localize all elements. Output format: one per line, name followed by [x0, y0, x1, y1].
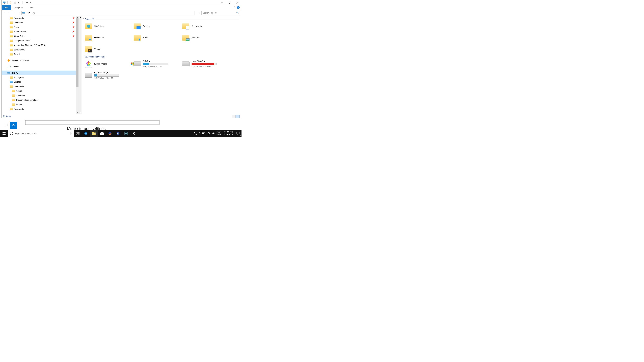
taskbar-app-mail[interactable] — [98, 130, 106, 137]
taskbar-app-settings[interactable] — [130, 130, 138, 137]
clock[interactable]: 11:26 AM 14/06/2018 — [224, 131, 234, 136]
folder-tile[interactable]: Pictures — [181, 32, 230, 43]
start-button[interactable] — [0, 130, 8, 137]
nav-this-pc[interactable]: This PC — [2, 70, 76, 75]
breadcrumb-this-pc[interactable]: This PC — [28, 12, 35, 14]
back-button[interactable]: ← — [3, 11, 7, 15]
folder-icon — [182, 22, 190, 30]
pin-icon: 📌 — [72, 17, 75, 19]
people-icon[interactable] — [194, 132, 197, 135]
taskbar-app-word[interactable]: W — [114, 130, 122, 137]
icloud-photos-icon — [85, 60, 92, 68]
drive-tile[interactable]: My Passport (F:)1.61 TB free of 1.81 TB — [84, 70, 132, 80]
task-view-button[interactable] — [74, 130, 82, 137]
recent-locations-button[interactable]: ˅ — [12, 11, 16, 15]
nav-pc-child[interactable]: 3D Objects — [2, 75, 76, 80]
ribbon-expand-icon[interactable]: ˅ — [234, 6, 235, 9]
nav-doc-child[interactable]: Catherine — [2, 93, 76, 98]
drive-tile[interactable]: OS (C:)351 GB free of 464 GB — [132, 59, 181, 69]
mic-icon[interactable]: 🎙 — [70, 132, 72, 135]
quick-access-toolbar: ▾ — [2, 1, 21, 4]
nav-pc-child[interactable]: Desktop — [2, 80, 76, 84]
nav-doc-child[interactable]: Scanner — [2, 102, 76, 107]
folder-icon — [10, 35, 13, 37]
action-center-button[interactable]: 2 — [235, 130, 242, 137]
scroll-thumb[interactable] — [76, 18, 78, 87]
refresh-button[interactable]: ↻ — [198, 12, 200, 14]
help-button[interactable]: ? — [237, 6, 240, 9]
nav-quick-item[interactable]: iCloud Drive📌 — [2, 34, 76, 38]
folder-tile[interactable]: Desktop — [132, 21, 181, 31]
volume-icon[interactable] — [212, 132, 215, 135]
battery-icon[interactable] — [202, 132, 205, 134]
svg-point-13 — [88, 63, 90, 65]
content-scrollbar[interactable]: ▴ ▾ — [79, 16, 82, 114]
nav-scrollbar[interactable]: ▴ ▾ — [76, 16, 79, 114]
taskbar-app-firefox[interactable] — [106, 130, 114, 137]
nav-quick-item[interactable]: iCloud Photos📌 — [2, 29, 76, 34]
new-folder-icon[interactable] — [13, 1, 16, 4]
address-bar[interactable]: › This PC › — [22, 11, 195, 15]
group-header-folders[interactable]: ˅ Folders (7) — [83, 18, 239, 20]
folder-tile[interactable]: Downloads — [84, 32, 132, 43]
folder-tile[interactable]: Documents — [181, 21, 230, 31]
close-button[interactable] — [233, 0, 241, 5]
ribbon: File Computer View ˅ ? — [2, 5, 241, 10]
tiles-view-button[interactable] — [236, 115, 240, 118]
search-input[interactable]: Search This PC 🔍 — [202, 11, 240, 15]
nav-pc-child[interactable]: Documents — [2, 84, 76, 89]
file-explorer-window: ▾ This PC File Computer View ˅ ? ← → ˅ — [2, 0, 241, 118]
chevron-down-icon[interactable]: ˅ — [83, 56, 84, 58]
scroll-down-icon[interactable]: ▾ — [80, 112, 81, 114]
tab-computer[interactable]: Computer — [11, 5, 26, 10]
nav-quick-item[interactable]: Downloads📌 — [2, 16, 76, 20]
nav-quick-item[interactable]: Documents📌 — [2, 20, 76, 25]
folder-tile[interactable]: Music — [132, 32, 181, 43]
forward-button[interactable]: → — [8, 11, 12, 15]
chevron-right-icon[interactable]: › — [36, 12, 36, 14]
group-header-drives[interactable]: ˅ Devices and drives (4) — [83, 56, 239, 58]
nav-doc-child[interactable]: Adobe — [2, 89, 76, 93]
address-dropdown-icon[interactable]: ˅ — [196, 12, 197, 14]
tab-file[interactable]: File — [2, 5, 11, 10]
nav-quick-item[interactable]: Pictures📌 — [2, 25, 76, 29]
search-icon: 🔍 — [236, 12, 239, 14]
nav-downloads[interactable]: Downloads — [2, 107, 76, 111]
wifi-icon[interactable] — [207, 132, 210, 135]
taskbar-app-lightroom[interactable]: Lr — [122, 130, 130, 137]
settings-gear-icon[interactable] — [10, 122, 17, 129]
folder-tile[interactable]: Videos — [84, 44, 132, 54]
qat-dropdown-icon[interactable]: ▾ — [17, 1, 21, 4]
input-indicator[interactable]: ENG INTL — [217, 131, 221, 135]
taskbar-search[interactable]: Type here to search 🎙 — [8, 130, 74, 137]
drive-tile[interactable]: iCloud Photos — [84, 59, 132, 69]
background-text-field[interactable] — [25, 120, 160, 125]
tab-view[interactable]: View — [26, 5, 36, 10]
scroll-down-icon[interactable]: ▾ — [76, 111, 79, 114]
nav-quick-item[interactable]: Assignment - Audit — [2, 38, 76, 43]
folder-tile[interactable]: 3D Objects — [84, 21, 132, 31]
maximize-button[interactable] — [226, 0, 233, 5]
chevron-right-icon[interactable]: › — [26, 12, 27, 14]
minimize-button[interactable] — [218, 0, 226, 5]
tablet-mode-icon[interactable] — [3, 122, 10, 129]
folder-icon — [84, 34, 92, 42]
details-view-button[interactable] — [232, 115, 236, 118]
this-pc-icon[interactable] — [2, 1, 6, 4]
nav-quick-item[interactable]: Term 1 — [2, 52, 76, 56]
nav-quick-item[interactable]: Imported on Thursday, 7 June 2018 — [2, 43, 76, 47]
nav-onedrive[interactable]: ☁OneDrive — [2, 64, 76, 69]
taskbar-app-edge[interactable] — [82, 130, 90, 137]
tray-overflow-icon[interactable]: ˄ — [199, 132, 200, 135]
nav-doc-child[interactable]: Custom Office Templates — [2, 98, 76, 102]
chevron-down-icon[interactable]: ˅ — [83, 18, 84, 20]
properties-icon[interactable] — [9, 1, 12, 4]
scroll-up-icon[interactable]: ▴ — [80, 16, 81, 18]
taskbar-app-explorer[interactable] — [90, 130, 98, 137]
svg-rect-32 — [76, 132, 77, 134]
nav-quick-item[interactable]: Screenshots — [2, 47, 76, 52]
up-button[interactable]: ↑ — [17, 11, 21, 15]
nav-creative-cloud[interactable]: 🟠Creative Cloud Files — [2, 58, 76, 63]
drive-tile[interactable]: Local Disk (D:)43.1 MB free of 460 MB — [181, 59, 230, 69]
scroll-up-icon[interactable]: ▴ — [76, 16, 79, 18]
